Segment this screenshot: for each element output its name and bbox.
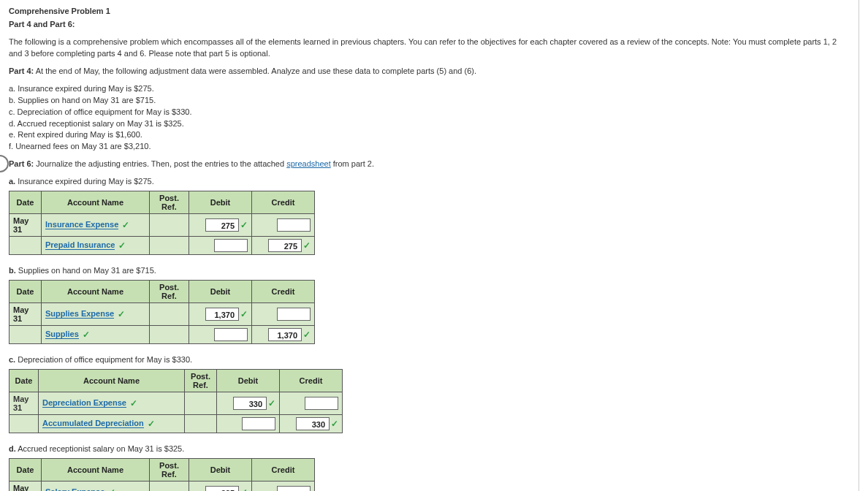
col-date-header: Date [9,370,39,392]
debit-input[interactable] [214,239,248,252]
adj-item: d. Accrued receptionist salary on May 31… [9,118,850,130]
credit-cell: 275✓ [252,237,315,255]
check-icon: ✓ [108,487,115,491]
journal-entry-block: d. Accrued receptionist salary on May 31… [9,444,850,491]
debit-input[interactable]: 325 [205,486,239,491]
col-acct-header: Account Name [39,370,185,392]
credit-cell: 330✓ [280,415,343,433]
date-cell: May 31 [9,214,42,237]
debit-input[interactable] [242,417,275,430]
check-icon: ✓ [303,330,311,340]
col-acct-header: Account Name [42,459,150,482]
credit-input[interactable]: 1,370 [268,328,302,341]
date-cell: May 31 [9,482,42,492]
col-debit-header: Debit [189,281,252,303]
postref-cell [150,326,189,344]
debit-input[interactable]: 1,370 [205,308,239,321]
entry-letter: b. [9,266,16,275]
account-cell: Supplies Expense ✓ [42,303,150,326]
date-cell [9,415,39,433]
credit-input[interactable] [277,218,311,232]
account-cell: Prepaid Insurance ✓ [42,237,150,255]
spreadsheet-link[interactable]: spreadsheet [286,159,331,168]
part6-text-post: from part 2. [331,159,374,168]
col-debit-header: Debit [189,191,252,214]
check-icon: ✓ [122,220,129,230]
journal-entry-block: c. Depreciation of office equipment for … [9,354,850,433]
date-cell: May 31 [9,392,39,415]
content-scroll-area[interactable]: Comprehensive Problem 1 Part 4 and Part … [0,0,859,491]
debit-cell [189,326,252,344]
table-row: May 31Insurance Expense ✓275✓ [9,214,315,237]
account-cell: Depreciation Expense ✓ [39,392,185,415]
postref-cell [150,303,189,326]
col-acct-header: Account Name [42,191,150,214]
account-dropdown[interactable]: Accumulated Depreciation [42,419,144,428]
col-credit-header: Credit [280,370,343,392]
account-dropdown[interactable]: Supplies [45,330,79,339]
col-postref-header: Post. Ref. [150,459,189,482]
check-icon: ✓ [83,330,90,340]
col-debit-header: Debit [217,370,280,392]
account-dropdown[interactable]: Prepaid Insurance [45,240,115,250]
debit-cell [217,415,280,433]
table-row: Prepaid Insurance ✓275✓ [9,237,315,255]
account-cell: Supplies ✓ [42,326,150,344]
postref-cell [185,415,217,433]
credit-input[interactable] [277,308,311,321]
journal-table: DateAccount NamePost. Ref.DebitCreditMay… [9,191,315,255]
check-icon: ✓ [268,398,275,408]
credit-input[interactable]: 330 [296,417,330,430]
adj-item: a. Insurance expired during May is $275. [9,83,850,95]
account-dropdown[interactable]: Insurance Expense [45,220,118,229]
check-icon: ✓ [331,419,338,429]
date-cell [9,326,42,344]
entry-prompt: d. Accrued receptionist salary on May 31… [9,444,850,455]
debit-cell: 330✓ [217,392,280,415]
part6-text-pre: Journalize the adjusting entries. Then, … [36,159,286,168]
check-icon: ✓ [240,487,248,491]
debit-cell: 275✓ [189,214,252,237]
account-cell: Insurance Expense ✓ [42,214,150,237]
debit-input[interactable]: 330 [233,397,267,410]
debit-input[interactable]: 275 [205,218,239,232]
table-row: Accumulated Depreciation ✓330✓ [9,415,343,433]
credit-cell [252,214,315,237]
debit-cell: 1,370✓ [189,303,252,326]
journal-table: DateAccount NamePost. Ref.DebitCreditMay… [9,280,315,344]
col-credit-header: Credit [252,459,315,482]
col-postref-header: Post.Ref. [185,370,217,392]
account-dropdown[interactable]: Depreciation Expense [42,398,126,408]
col-date-header: Date [9,191,42,214]
date-cell: May 31 [9,303,42,326]
entry-letter: c. [9,355,15,364]
check-icon: ✓ [240,220,248,230]
credit-input[interactable]: 275 [268,239,302,252]
entry-prompt: a. Insurance expired during May is $275. [9,176,850,188]
credit-input[interactable] [277,486,311,491]
problem-subtitle: Part 4 and Part 6: [9,19,850,31]
postref-cell [185,392,217,415]
table-row: May 31Depreciation Expense ✓330✓ [9,392,343,415]
account-cell: Accumulated Depreciation ✓ [39,415,185,433]
adj-item: e. Rent expired during May is $1,600. [9,129,850,141]
col-date-header: Date [9,459,42,482]
col-date-header: Date [9,281,42,303]
debit-cell [189,237,252,255]
part4-line: Part 4: At the end of May, the following… [9,66,850,77]
col-credit-header: Credit [252,191,315,214]
entry-letter: a. [9,177,15,186]
part6-line: Part 6: Journalize the adjusting entries… [9,159,850,170]
problem-title: Comprehensive Problem 1 [9,6,850,18]
account-dropdown[interactable]: Salary Expense [45,487,104,491]
account-dropdown[interactable]: Supplies Expense [45,309,114,319]
entry-prompt: c. Depreciation of office equipment for … [9,354,850,366]
col-credit-header: Credit [252,281,315,303]
col-acct-header: Account Name [42,281,150,303]
credit-input[interactable] [305,397,338,410]
part6-label: Part 6: [9,159,34,168]
credit-cell [252,303,315,326]
debit-input[interactable] [214,328,248,341]
table-row: May 31Salary Expense ✓325✓ [9,482,315,492]
adj-item: f. Unearned fees on May 31 are $3,210. [9,141,850,153]
